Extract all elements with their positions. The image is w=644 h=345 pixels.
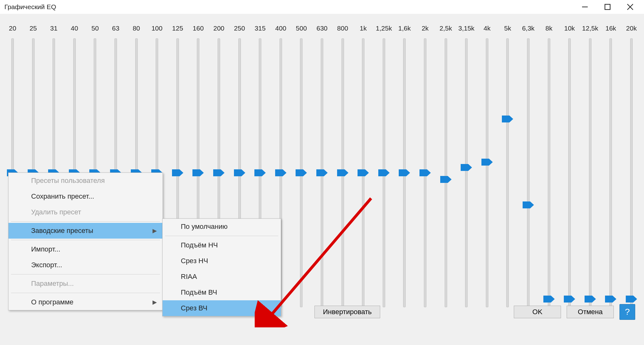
eq-slider-track-2,5k[interactable] xyxy=(445,38,447,307)
eq-slider-track-5k[interactable] xyxy=(506,38,509,307)
svg-marker-17 xyxy=(275,169,286,176)
chevron-right-icon: ▶ xyxy=(153,227,157,234)
freq-label-500: 500 xyxy=(296,25,307,32)
ok-button-label: OK xyxy=(532,308,542,316)
ok-button[interactable]: OK xyxy=(514,306,561,318)
eq-slider-thumb-400[interactable] xyxy=(275,169,286,176)
menu-factory-presets[interactable]: Заводские пресеты ▶ xyxy=(8,223,163,239)
eq-slider-thumb-20k[interactable] xyxy=(626,296,637,303)
invert-button-label: Инвертировать xyxy=(323,308,372,316)
menu-import[interactable]: Импорт... xyxy=(8,241,163,257)
svg-marker-32 xyxy=(585,296,596,303)
maximize-button[interactable] xyxy=(604,3,611,11)
svg-marker-30 xyxy=(543,296,555,303)
close-button[interactable] xyxy=(626,3,634,11)
freq-label-20k: 20k xyxy=(626,25,637,32)
submenu-bass-cut-label: Срез НЧ xyxy=(181,257,208,265)
eq-slider-thumb-800[interactable] xyxy=(337,169,348,176)
freq-label-1,25k: 1,25k xyxy=(376,25,392,32)
svg-marker-26 xyxy=(461,164,472,171)
menu-options: Параметры... xyxy=(8,276,163,291)
factory-presets-submenu: По умолчанию Подъём НЧ Срез НЧ RIAA Подъ… xyxy=(162,218,281,316)
submenu-default[interactable]: По умолчанию xyxy=(163,219,281,235)
eq-slider-thumb-2k[interactable] xyxy=(419,169,431,176)
eq-slider-thumb-500[interactable] xyxy=(296,169,307,176)
svg-marker-18 xyxy=(296,169,307,176)
eq-slider-track-12,5k[interactable] xyxy=(589,38,591,307)
menu-export[interactable]: Экспорт... xyxy=(8,257,163,273)
eq-slider-thumb-3,15k[interactable] xyxy=(461,164,472,171)
svg-marker-14 xyxy=(213,169,225,176)
eq-slider-track-16k[interactable] xyxy=(609,38,612,307)
menu-export-label: Экспорт... xyxy=(31,261,62,269)
cancel-button-label: Отмена xyxy=(578,308,603,316)
submenu-treble-boost[interactable]: Подъём ВЧ xyxy=(163,285,281,300)
window-title: Графический EQ xyxy=(4,3,581,11)
submenu-bass-boost-label: Подъём НЧ xyxy=(181,241,218,249)
eq-slider-track-10k[interactable] xyxy=(568,38,571,307)
menu-save-preset[interactable]: Сохранить пресет... xyxy=(8,189,163,204)
svg-marker-24 xyxy=(419,169,431,176)
freq-label-20: 20 xyxy=(9,25,16,32)
eq-slider-thumb-16k[interactable] xyxy=(605,296,616,303)
freq-label-80: 80 xyxy=(133,25,140,32)
eq-slider-thumb-630[interactable] xyxy=(316,169,328,176)
svg-marker-19 xyxy=(316,169,328,176)
submenu-treble-boost-label: Подъём ВЧ xyxy=(181,288,217,297)
eq-slider-thumb-6,3k[interactable] xyxy=(523,201,534,208)
submenu-riaa[interactable]: RIAA xyxy=(163,269,281,285)
menu-user-presets: Пресеты пользователя xyxy=(8,173,163,189)
eq-slider-thumb-1k[interactable] xyxy=(358,169,369,176)
preset-context-menu: Пресеты пользователя Сохранить пресет...… xyxy=(8,172,163,310)
menu-separator xyxy=(11,274,160,274)
minimize-button[interactable] xyxy=(581,3,589,11)
eq-slider-thumb-5k[interactable] xyxy=(502,116,513,122)
eq-slider-thumb-4k[interactable] xyxy=(481,159,493,166)
eq-slider-track-20k[interactable] xyxy=(630,38,633,307)
freq-label-100: 100 xyxy=(152,25,163,32)
menu-options-label: Параметры... xyxy=(31,280,74,288)
svg-marker-29 xyxy=(523,201,534,208)
invert-button[interactable]: Инвертировать xyxy=(314,306,380,318)
eq-slider-track-8k[interactable] xyxy=(548,38,550,307)
eq-slider-track-3,15k[interactable] xyxy=(465,38,468,307)
freq-label-5k: 5k xyxy=(504,25,511,32)
help-button[interactable]: ? xyxy=(619,304,635,320)
freq-label-1,6k: 1,6k xyxy=(398,25,411,32)
freq-label-8k: 8k xyxy=(546,25,552,32)
cancel-button[interactable]: Отмена xyxy=(567,306,614,318)
eq-slider-thumb-10k[interactable] xyxy=(564,296,575,303)
eq-slider-thumb-12,5k[interactable] xyxy=(585,296,596,303)
eq-slider-thumb-200[interactable] xyxy=(213,169,225,176)
menu-save-preset-label: Сохранить пресет... xyxy=(31,192,94,201)
eq-slider-thumb-160[interactable] xyxy=(192,169,204,176)
eq-slider-thumb-2,5k[interactable] xyxy=(440,176,452,183)
eq-slider-thumb-125[interactable] xyxy=(172,169,183,176)
menu-delete-preset: Удалить пресет xyxy=(8,204,163,220)
eq-slider-thumb-315[interactable] xyxy=(254,169,266,176)
eq-slider-track-4k[interactable] xyxy=(486,38,488,307)
freq-label-630: 630 xyxy=(316,25,327,32)
menu-delete-preset-label: Удалить пресет xyxy=(31,208,81,216)
freq-label-250: 250 xyxy=(234,25,245,32)
eq-slider-thumb-1,25k[interactable] xyxy=(378,169,390,176)
svg-marker-25 xyxy=(440,176,452,183)
freq-label-12,5k: 12,5k xyxy=(582,25,598,32)
menu-separator xyxy=(11,293,160,293)
menu-separator xyxy=(11,240,160,240)
freq-label-2k: 2k xyxy=(422,25,429,32)
svg-marker-31 xyxy=(564,296,575,303)
submenu-bass-boost[interactable]: Подъём НЧ xyxy=(163,237,281,253)
menu-factory-presets-label: Заводские пресеты xyxy=(31,227,93,235)
freq-label-10k: 10k xyxy=(564,25,575,32)
freq-label-16k: 16k xyxy=(605,25,616,32)
eq-slider-thumb-8k[interactable] xyxy=(543,296,555,303)
eq-slider-track-6,3k[interactable] xyxy=(527,38,530,307)
freq-label-25: 25 xyxy=(30,25,37,32)
eq-slider-thumb-1,6k[interactable] xyxy=(399,169,410,176)
eq-slider-thumb-250[interactable] xyxy=(234,169,245,176)
submenu-bass-cut[interactable]: Срез НЧ xyxy=(163,253,281,269)
menu-user-presets-label: Пресеты пользователя xyxy=(31,177,105,185)
window-controls xyxy=(581,3,640,11)
freq-label-4k: 4k xyxy=(484,25,491,32)
